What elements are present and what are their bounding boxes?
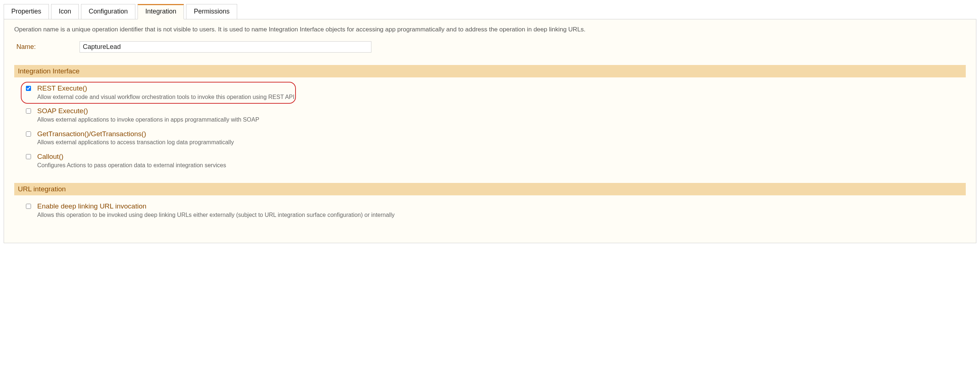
- option-text: REST Execute()Allow external code and vi…: [37, 84, 294, 101]
- option-row: GetTransaction()/GetTransactions()Allows…: [22, 128, 966, 149]
- option-desc: Allows external applications to access t…: [37, 138, 234, 146]
- option-desc: Allows external applications to invoke o…: [37, 116, 259, 124]
- option-row: SOAP Execute()Allows external applicatio…: [22, 104, 966, 126]
- option-checkbox[interactable]: [26, 204, 31, 209]
- option-desc: Configures Actions to pass operation dat…: [37, 162, 226, 170]
- section-header: Integration Interface: [14, 65, 966, 77]
- integration-panel: Operation name is a unique operation ide…: [4, 19, 976, 243]
- section-options: Enable deep linking URL invocationAllows…: [14, 198, 966, 233]
- option-row: REST Execute()Allow external code and vi…: [22, 82, 966, 103]
- tab-integration[interactable]: Integration: [138, 4, 184, 19]
- option-text: Enable deep linking URL invocationAllows…: [37, 202, 395, 219]
- name-input[interactable]: [80, 41, 371, 53]
- tab-icon[interactable]: Icon: [51, 4, 79, 19]
- option-checkbox[interactable]: [26, 109, 31, 114]
- option-desc: Allows this operation to be invoked usin…: [37, 211, 395, 219]
- option-title: Callout(): [37, 152, 226, 162]
- section-options: REST Execute()Allow external code and vi…: [14, 80, 966, 183]
- option-checkbox[interactable]: [26, 131, 31, 137]
- option-text: Callout()Configures Actions to pass oper…: [37, 152, 226, 169]
- tab-permissions[interactable]: Permissions: [186, 4, 237, 19]
- option-title: GetTransaction()/GetTransactions(): [37, 130, 234, 139]
- section-header: URL integration: [14, 183, 966, 195]
- option-title: SOAP Execute(): [37, 107, 259, 116]
- option-checkbox[interactable]: [26, 154, 31, 159]
- tab-bar: PropertiesIconConfigurationIntegrationPe…: [4, 4, 976, 19]
- option-text: SOAP Execute()Allows external applicatio…: [37, 107, 259, 123]
- option-title: REST Execute(): [37, 84, 294, 93]
- option-row: Callout()Configures Actions to pass oper…: [22, 150, 966, 171]
- option-text: GetTransaction()/GetTransactions()Allows…: [37, 130, 234, 146]
- intro-text: Operation name is a unique operation ide…: [14, 26, 966, 33]
- name-row: Name:: [16, 41, 966, 53]
- tab-configuration[interactable]: Configuration: [81, 4, 135, 19]
- option-desc: Allow external code and visual workflow …: [37, 93, 294, 101]
- option-checkbox[interactable]: [26, 86, 31, 91]
- option-row: Enable deep linking URL invocationAllows…: [22, 200, 966, 221]
- name-label: Name:: [16, 43, 36, 51]
- option-title: Enable deep linking URL invocation: [37, 202, 395, 211]
- tab-properties[interactable]: Properties: [4, 4, 49, 19]
